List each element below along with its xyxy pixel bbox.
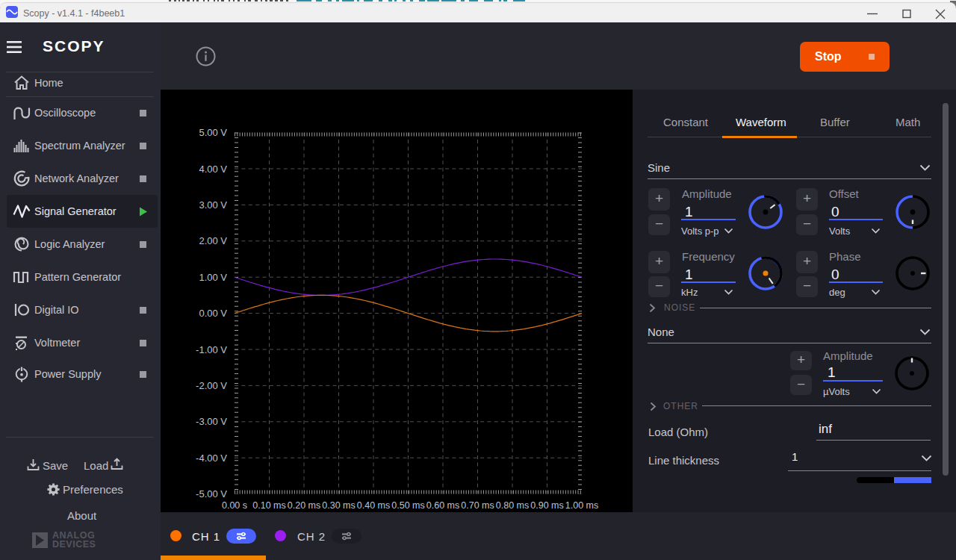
svg-text:1.00 V: 1.00 V xyxy=(199,272,227,283)
svg-text:0.20 ms: 0.20 ms xyxy=(288,500,320,511)
svg-text:0.90 ms: 0.90 ms xyxy=(530,500,563,511)
svg-text:0.70 ms: 0.70 ms xyxy=(461,500,494,511)
svg-text:0.30 ms: 0.30 ms xyxy=(322,500,355,511)
svg-text:0.00 s: 0.00 s xyxy=(222,500,247,511)
svg-text:-2.00 V: -2.00 V xyxy=(196,380,227,391)
svg-text:0.60 ms: 0.60 ms xyxy=(426,500,459,511)
svg-text:0.00 V: 0.00 V xyxy=(199,308,227,319)
svg-text:1.00 ms: 1.00 ms xyxy=(565,500,598,511)
svg-text:0.50 ms: 0.50 ms xyxy=(391,500,424,511)
svg-text:-5.00 V: -5.00 V xyxy=(196,488,227,500)
svg-text:-1.00 V: -1.00 V xyxy=(196,344,227,355)
svg-text:0.80 ms: 0.80 ms xyxy=(496,500,529,511)
svg-text:-4.00 V: -4.00 V xyxy=(196,452,227,464)
svg-text:-3.00 V: -3.00 V xyxy=(196,416,227,427)
svg-text:2.00 V: 2.00 V xyxy=(199,235,227,246)
svg-text:0.40 ms: 0.40 ms xyxy=(357,500,390,511)
svg-text:0.10 ms: 0.10 ms xyxy=(252,500,285,511)
svg-text:4.00 V: 4.00 V xyxy=(199,164,227,175)
svg-text:5.00 V: 5.00 V xyxy=(199,127,227,138)
svg-text:3.00 V: 3.00 V xyxy=(199,199,227,211)
